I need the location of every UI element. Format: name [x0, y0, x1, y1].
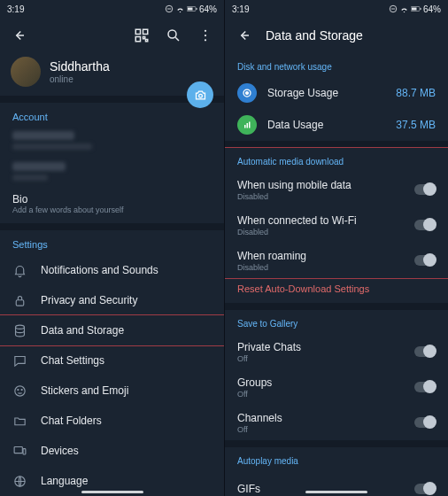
- private-sub: Off: [237, 354, 414, 363]
- data-value: 37.5 MB: [396, 119, 436, 131]
- app-bar-right: Data and Storage: [225, 18, 448, 53]
- svg-point-11: [198, 94, 202, 97]
- devices-icon: [11, 442, 28, 460]
- row-storage-usage[interactable]: Storage Usage 88.7 MB: [225, 77, 448, 109]
- row-data-storage[interactable]: Data and Storage: [0, 315, 224, 345]
- toggle-roaming[interactable]: [414, 255, 436, 266]
- status-time: 3:19: [7, 4, 165, 14]
- svg-rect-23: [420, 8, 421, 10]
- svg-rect-3: [196, 8, 197, 10]
- reset-link[interactable]: Reset Auto-Download Settings: [225, 278, 448, 303]
- mobile-label: When using mobile data: [237, 179, 414, 191]
- bell-icon: [11, 261, 28, 279]
- svg-point-10: [205, 39, 206, 41]
- roaming-sub: Disabled: [237, 263, 414, 272]
- storage-icon: [237, 83, 257, 103]
- row-groups[interactable]: Groups Off: [225, 369, 448, 405]
- sticker-icon: [11, 382, 28, 399]
- row-privacy[interactable]: Privacy and Security: [0, 285, 224, 315]
- toggle-private[interactable]: [414, 346, 436, 357]
- page-title: Data and Storage: [266, 28, 363, 43]
- svg-point-13: [15, 325, 24, 329]
- bio-title[interactable]: Bio: [0, 190, 224, 205]
- channels-label: Channels: [237, 412, 414, 424]
- svg-rect-27: [247, 123, 249, 128]
- label-notifications: Notifications and Sounds: [41, 264, 158, 276]
- svg-point-14: [14, 385, 24, 395]
- svg-rect-12: [16, 299, 24, 305]
- label-chat-folders: Chat Folders: [41, 415, 102, 427]
- svg-rect-26: [244, 125, 246, 128]
- search-icon[interactable]: [164, 26, 183, 45]
- private-label: Private Chats: [237, 341, 414, 353]
- row-mobile-data[interactable]: When using mobile data Disabled: [225, 172, 448, 207]
- lock-icon: [11, 291, 28, 309]
- battery-icon-r: [411, 5, 421, 12]
- row-notifications[interactable]: Notifications and Sounds: [0, 255, 224, 285]
- row-roaming[interactable]: When roaming Disabled: [225, 243, 448, 278]
- toggle-groups[interactable]: [414, 382, 436, 392]
- back-icon-r[interactable]: [234, 26, 253, 45]
- wifi-icon-r: [399, 4, 409, 14]
- row-channels[interactable]: Channels Off: [225, 405, 448, 440]
- svg-point-16: [21, 389, 22, 390]
- battery-percent: 64%: [199, 4, 217, 14]
- data-label: Data Usage: [267, 119, 385, 131]
- account-ghost-1[interactable]: [0, 128, 224, 159]
- svg-rect-2: [188, 8, 193, 11]
- label-devices: Devices: [41, 445, 79, 457]
- roaming-label: When roaming: [237, 250, 414, 262]
- row-data-usage[interactable]: Data Usage 37.5 MB: [225, 109, 448, 141]
- chat-icon: [11, 352, 28, 369]
- groups-sub: Off: [237, 390, 414, 399]
- groups-label: Groups: [237, 376, 414, 389]
- row-chat-settings[interactable]: Chat Settings: [0, 345, 224, 376]
- row-wifi[interactable]: When connected to Wi-Fi Disabled: [225, 207, 448, 243]
- avatar: [11, 57, 41, 87]
- label-privacy: Privacy and Security: [41, 294, 137, 306]
- svg-rect-28: [249, 122, 251, 128]
- camera-icon: [194, 89, 207, 102]
- camera-fab[interactable]: [187, 81, 213, 108]
- folder-icon: [11, 412, 28, 430]
- label-stickers: Stickers and Emoji: [41, 384, 128, 397]
- storage-label: Storage Usage: [267, 87, 385, 99]
- gallery-header: Save to Gallery: [225, 310, 448, 334]
- back-icon[interactable]: [9, 26, 28, 45]
- auto-header: Automatic media download: [225, 148, 448, 172]
- svg-rect-18: [23, 448, 26, 453]
- mobile-sub: Disabled: [237, 192, 414, 201]
- status-bar: 3:19 64%: [0, 0, 224, 18]
- label-chat-settings: Chat Settings: [41, 354, 104, 367]
- profile-status: online: [50, 74, 110, 84]
- row-chat-folders[interactable]: Chat Folders: [0, 406, 224, 436]
- svg-rect-5: [143, 29, 148, 34]
- wifi-sub: Disabled: [237, 228, 414, 236]
- toggle-wifi[interactable]: [414, 220, 436, 230]
- toggle-mobile[interactable]: [414, 184, 436, 195]
- status-time-r: 3:19: [232, 4, 389, 14]
- row-stickers[interactable]: Stickers and Emoji: [0, 376, 224, 406]
- label-data-storage: Data and Storage: [41, 324, 124, 337]
- qr-icon[interactable]: [132, 26, 151, 45]
- nav-bar-r: [225, 487, 448, 496]
- profile-name: Siddhartha: [50, 59, 110, 74]
- do-not-disturb-icon-r: [389, 4, 398, 13]
- row-private[interactable]: Private Chats Off: [225, 334, 448, 369]
- disk-header: Disk and network usage: [225, 53, 448, 77]
- svg-point-25: [246, 92, 249, 95]
- autoplay-header: Autoplay media: [225, 447, 448, 471]
- svg-rect-6: [135, 37, 140, 42]
- label-language: Language: [41, 475, 88, 487]
- channels-sub: Off: [237, 425, 414, 434]
- account-ghost-2[interactable]: [0, 159, 224, 190]
- profile-header[interactable]: Siddhartha online: [0, 53, 224, 96]
- svg-rect-17: [14, 446, 22, 453]
- row-devices[interactable]: Devices: [0, 436, 224, 466]
- toggle-channels[interactable]: [414, 417, 436, 428]
- wifi-label: When connected to Wi-Fi: [237, 214, 414, 227]
- more-icon[interactable]: [196, 26, 215, 45]
- svg-point-9: [205, 35, 206, 36]
- do-not-disturb-icon: [165, 4, 174, 13]
- wifi-icon: [175, 4, 185, 14]
